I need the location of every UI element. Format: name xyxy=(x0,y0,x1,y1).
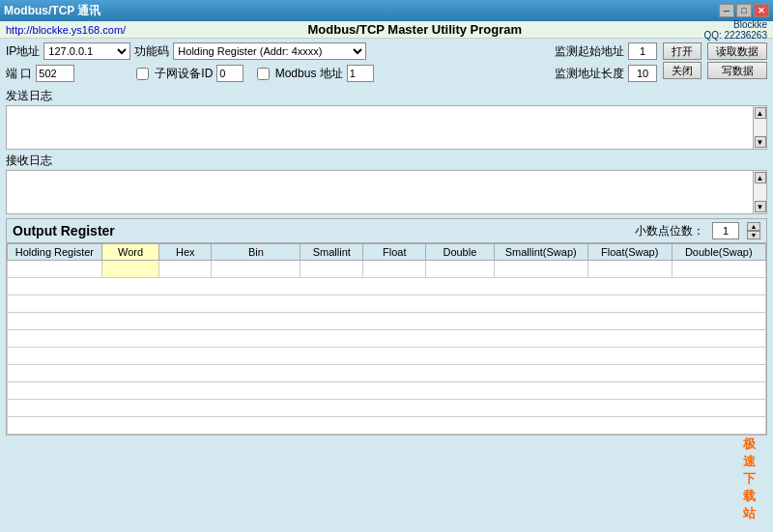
cell-holding xyxy=(8,261,102,278)
decimal-label: 小数点位数： xyxy=(635,223,704,239)
monitor-len-row: 监测地址长度 xyxy=(555,65,657,82)
app-title: Modbus/TCP Master Utility Program xyxy=(126,22,703,37)
th-smallint-swap: Smallint(Swap) xyxy=(494,244,587,261)
table-row xyxy=(8,348,766,365)
th-hex: Hex xyxy=(159,244,212,261)
recv-scroll-down[interactable]: ▼ xyxy=(755,201,766,212)
table-row xyxy=(8,261,766,278)
ip-select[interactable]: 127.0.0.1 xyxy=(43,42,130,60)
decimal-spin-up[interactable]: ▲ xyxy=(747,222,760,231)
recv-scroll-up[interactable]: ▲ xyxy=(755,172,766,183)
port-row: 端 口 xyxy=(6,65,130,82)
monitor-block: 监测起始地址 监测地址长度 xyxy=(555,42,657,85)
th-double: Double xyxy=(426,244,494,261)
top-controls: IP地址 127.0.0.1 端 口 功能码 Holding Register … xyxy=(6,42,767,85)
close-button[interactable]: ✕ xyxy=(754,4,769,17)
url-bar: http://blockke.ys168.com/ Modbus/TCP Mas… xyxy=(0,21,773,39)
recv-log-scrollbar: ▲ ▼ xyxy=(753,171,766,213)
cell-word[interactable] xyxy=(101,261,159,278)
monitor-start-input[interactable] xyxy=(628,42,657,60)
send-scroll-down[interactable]: ▼ xyxy=(755,136,766,148)
subnet-checkbox[interactable] xyxy=(136,68,149,80)
monitor-start-row: 监测起始地址 xyxy=(555,42,657,60)
ip-label: IP地址 xyxy=(6,43,40,60)
send-log-section: 发送日志 ▲ ▼ xyxy=(6,88,767,150)
blockke-info: Blockke QQ: 22236263 xyxy=(703,19,767,41)
title-bar: Modbus/TCP 通讯 ─ □ ✕ xyxy=(0,0,773,21)
output-header: Output Register 小数点位数： ▲ ▼ xyxy=(7,219,766,243)
cell-float xyxy=(363,261,426,278)
monitor-start-label: 监测起始地址 xyxy=(555,43,624,60)
blockke-name: Blockke xyxy=(703,19,767,30)
recv-log-section: 接收日志 ▲ ▼ xyxy=(6,153,767,214)
table-row xyxy=(8,330,766,348)
th-smallint: Smallint xyxy=(301,244,363,261)
open-close-block: 打开 关闭 xyxy=(663,42,701,79)
th-double-swap: Double(Swap) xyxy=(672,244,765,261)
table-row xyxy=(8,382,766,400)
send-log-scrollbar: ▲ ▼ xyxy=(753,106,766,149)
port-label: 端 口 xyxy=(6,66,32,82)
subnet-input[interactable] xyxy=(216,65,243,82)
table-row xyxy=(8,278,766,295)
left-controls: IP地址 127.0.0.1 端 口 xyxy=(6,42,130,85)
url-text: http://blockke.ys168.com/ xyxy=(6,24,126,36)
table-row xyxy=(8,365,766,382)
table-row xyxy=(8,313,766,330)
register-table: Holding Register Word Hex Bin Smallint F… xyxy=(7,243,766,434)
read-button[interactable]: 读取数据 xyxy=(707,42,767,60)
right-controls: 监测起始地址 监测地址长度 打开 关闭 读取数据 写数据 xyxy=(555,42,767,85)
watermark-text: 极速下载站 xyxy=(743,435,756,522)
th-float: Float xyxy=(363,244,426,261)
func-row: 功能码 Holding Register (Addr: 4xxxx) xyxy=(134,42,551,60)
table-header-row: Holding Register Word Hex Bin Smallint F… xyxy=(8,244,766,261)
cell-smallint xyxy=(301,261,363,278)
subnet-label: 子网设备ID xyxy=(155,66,213,82)
subnet-row: 子网设备ID Modbus 地址 xyxy=(134,65,551,82)
th-float-swap: Float(Swap) xyxy=(587,244,672,261)
open-button[interactable]: 打开 xyxy=(663,42,701,60)
th-holding: Holding Register xyxy=(8,244,102,261)
read-write-block: 读取数据 写数据 xyxy=(707,42,767,79)
window-title: Modbus/TCP 通讯 xyxy=(4,3,100,19)
output-section: Output Register 小数点位数： ▲ ▼ Holding Regis… xyxy=(6,218,767,435)
cell-bin xyxy=(212,261,301,278)
cell-smallint-swap xyxy=(494,261,587,278)
modbus-checkbox[interactable] xyxy=(257,68,270,80)
monitor-len-label: 监测地址长度 xyxy=(555,66,624,82)
table-body xyxy=(8,261,766,434)
decimal-spinner: ▲ ▼ xyxy=(747,222,760,239)
table-row xyxy=(8,417,766,434)
maximize-button[interactable]: □ xyxy=(736,4,752,17)
func-label: 功能码 xyxy=(134,43,169,60)
table-row xyxy=(8,295,766,313)
recv-log-area: ▲ ▼ xyxy=(6,170,767,214)
cell-double xyxy=(426,261,494,278)
send-scroll-up[interactable]: ▲ xyxy=(755,107,766,119)
th-word: Word xyxy=(101,244,159,261)
send-log-label: 发送日志 xyxy=(6,88,767,104)
send-log-area: ▲ ▼ xyxy=(6,105,767,150)
decimal-spin-down[interactable]: ▼ xyxy=(747,231,760,239)
ip-row: IP地址 127.0.0.1 xyxy=(6,42,130,60)
close-button[interactable]: 关闭 xyxy=(663,62,701,79)
recv-log-label: 接收日志 xyxy=(6,153,767,169)
th-bin: Bin xyxy=(212,244,301,261)
write-button[interactable]: 写数据 xyxy=(707,62,767,79)
port-input[interactable] xyxy=(36,65,74,82)
cell-hex xyxy=(159,261,212,278)
func-select[interactable]: Holding Register (Addr: 4xxxx) xyxy=(173,42,366,60)
window-controls: ─ □ ✕ xyxy=(719,4,769,17)
modbus-input[interactable] xyxy=(347,65,374,82)
table-row xyxy=(8,400,766,417)
monitor-len-input[interactable] xyxy=(628,65,657,82)
cell-double-swap xyxy=(672,261,765,278)
main-content: IP地址 127.0.0.1 端 口 功能码 Holding Register … xyxy=(0,39,773,532)
middle-controls: 功能码 Holding Register (Addr: 4xxxx) 子网设备I… xyxy=(134,42,551,85)
blockke-qq: QQ: 22236263 xyxy=(703,30,767,41)
cell-float-swap xyxy=(587,261,672,278)
output-title: Output Register xyxy=(13,223,115,238)
decimal-input[interactable] xyxy=(712,222,739,239)
minimize-button[interactable]: ─ xyxy=(719,4,734,17)
modbus-label: Modbus 地址 xyxy=(275,66,343,82)
